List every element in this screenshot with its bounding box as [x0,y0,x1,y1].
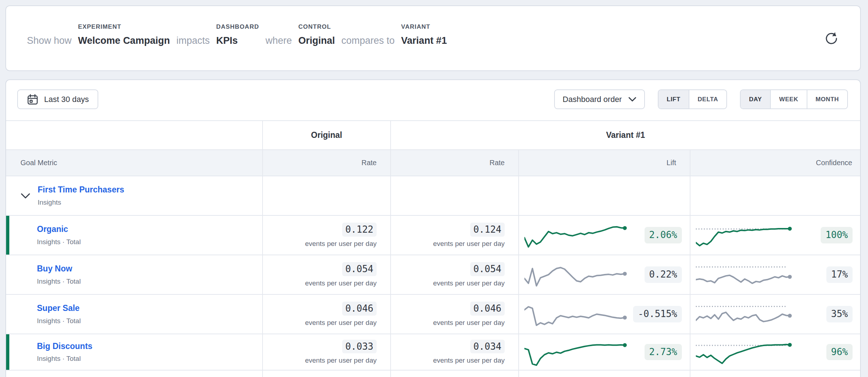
experiment-caps-label: EXPERIMENT [78,23,122,32]
rate-unit: events per user per day [305,279,377,287]
confidence-sparkline [696,259,793,290]
lift-sparkline [524,337,628,368]
variant-rate-value: 0.124 [470,223,505,237]
metric-subtitle: Insights · Total [37,317,81,325]
table-row-partial [6,371,860,377]
sentence-word: impacts [176,23,210,46]
results-card: Last 30 days Dashboard order LIFT DELTA … [5,79,861,377]
column-header-control-rate: Rate [262,150,390,176]
experiment-selector[interactable]: EXPERIMENT Welcome Campaign [78,23,170,46]
rate-unit: events per user per day [433,279,505,287]
group-header-variant: Variant #1 [390,121,860,149]
confidence-sparkline [696,337,793,368]
metric-link[interactable]: Super Sale [37,303,81,313]
control-rate-value: 0.046 [342,302,377,316]
table-row: First Time Purchasers Insights [6,176,860,216]
table-row: Big Discounts Insights · Total 0.033 eve… [6,334,860,371]
query-sentence: Show how EXPERIMENT Welcome Campaign imp… [27,23,447,46]
column-header-lift: Lift [518,150,690,176]
rate-unit: events per user per day [433,319,505,327]
calendar-icon [27,93,39,106]
metric-subtitle: Insights · Total [37,238,81,246]
group-header-original: Original [262,121,390,149]
variant-rate-value: 0.034 [470,340,505,354]
dashboard-caps-label: DASHBOARD [216,23,259,32]
confidence-sparkline [696,220,793,251]
confidence-value-badge: 35% [826,306,853,322]
table-row: Organic Insights · Total 0.122 events pe… [6,216,860,255]
query-header-card: Show how EXPERIMENT Welcome Campaign imp… [5,5,861,71]
metrics-table: Original Variant #1 Goal Metric Rate Rat… [6,120,860,377]
experiment-dashboard: { "colors": { "positive": "#107a55", "ne… [0,0,868,377]
variant-caps-label: VARIANT [401,23,430,32]
toggle-option-week[interactable]: WEEK [770,90,806,108]
chevron-down-icon [20,193,30,199]
metric-subtitle: Insights · Total [37,355,93,363]
variant-selector[interactable]: VARIANT Variant #1 [401,23,447,46]
collapse-row-button[interactable] [20,193,30,199]
dashboard-order-dropdown[interactable]: Dashboard order [554,89,645,109]
chevron-down-icon [628,97,636,102]
lift-sparkline [524,220,628,251]
rate-unit: events per user per day [433,240,505,248]
sentence-word: Show how [27,23,72,46]
table-row: Buy Now Insights · Total 0.054 events pe… [6,255,860,295]
confidence-sparkline [696,299,793,330]
metric-link[interactable]: Big Discounts [37,341,93,352]
column-header-variant-rate: Rate [390,150,518,176]
control-selector[interactable]: CONTROL Original [298,23,335,46]
lift-value-badge: -0.515% [633,306,682,322]
dashboard-selector[interactable]: DASHBOARD KPIs [216,23,259,46]
rate-unit: events per user per day [305,240,377,248]
toggle-option-day[interactable]: DAY [741,90,770,108]
toggle-option-month[interactable]: MONTH [807,90,847,108]
variant-rate-value: 0.054 [470,262,505,276]
rate-unit: events per user per day [433,357,505,364]
dashboard-order-label: Dashboard order [563,95,622,104]
metric-link[interactable]: First Time Purchasers [38,185,124,195]
date-range-button[interactable]: Last 30 days [17,89,98,109]
control-rate-value: 0.054 [342,262,377,276]
metric-link[interactable]: Organic [37,224,81,234]
lift-sparkline [524,259,628,290]
control-rate-value: 0.122 [342,223,377,237]
confidence-value-badge: 96% [826,344,853,360]
metric-subtitle: Insights · Total [37,278,81,285]
table-column-header-row: Goal Metric Rate Rate Lift Confidence [6,150,860,176]
refresh-icon [824,31,839,46]
lift-sparkline [524,299,628,330]
refresh-button[interactable] [824,31,839,46]
confidence-value-badge: 17% [826,266,853,283]
granularity-toggle: DAY WEEK MONTH [740,89,848,109]
metric-link[interactable]: Buy Now [37,264,81,274]
date-range-label: Last 30 days [44,95,89,104]
table-group-header-row: Original Variant #1 [6,121,860,150]
column-header-confidence: Confidence [690,150,860,176]
table-row: Super Sale Insights · Total 0.046 events… [6,295,860,334]
column-header-goal-metric: Goal Metric [6,150,262,176]
sentence-word: where [265,23,292,46]
metric-subtitle: Insights [38,199,124,206]
lift-value-badge: 0.22% [645,266,682,283]
toggle-option-delta[interactable]: DELTA [689,90,726,108]
lift-value-badge: 2.06% [645,227,682,243]
toggle-option-lift[interactable]: LIFT [659,90,689,108]
lift-delta-toggle: LIFT DELTA [658,89,727,109]
control-caps-label: CONTROL [298,23,331,32]
sentence-word: compares to [341,23,395,46]
control-rate-value: 0.033 [342,340,377,354]
variant-rate-value: 0.046 [470,302,505,316]
lift-value-badge: 2.73% [645,344,682,360]
toolbar: Last 30 days Dashboard order LIFT DELTA … [17,89,848,109]
rate-unit: events per user per day [305,357,377,364]
rate-unit: events per user per day [305,319,377,327]
confidence-value-badge: 100% [821,227,853,243]
